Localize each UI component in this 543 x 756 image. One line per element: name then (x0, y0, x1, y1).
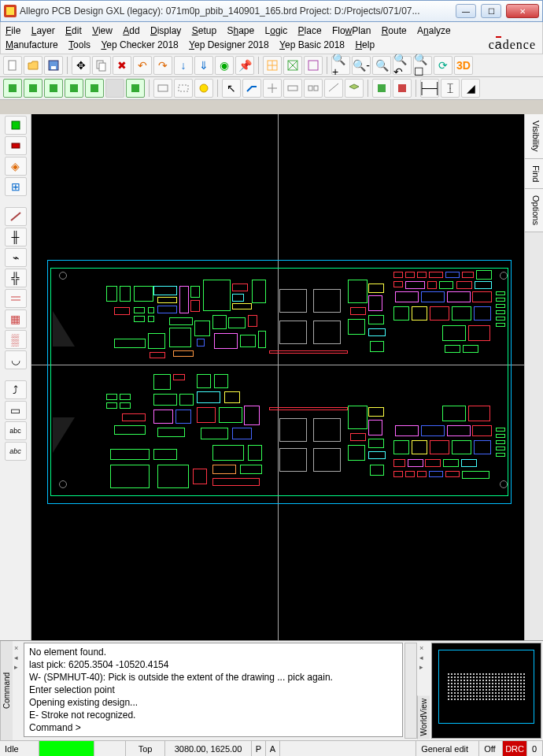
zoom-out-button[interactable]: 🔍- (352, 56, 371, 75)
place2-button[interactable] (393, 79, 412, 98)
menu-analyze[interactable]: Analyze (417, 24, 451, 38)
menu-display[interactable]: Display (150, 24, 181, 38)
shape6-button[interactable] (126, 79, 145, 98)
tool-via-icon[interactable]: ╫ (5, 228, 27, 246)
dim-h-button[interactable]: ├─┤ (420, 79, 439, 98)
tool-wave-icon[interactable]: ⌁ (5, 248, 27, 267)
cmd-left-icon[interactable]: ◂ (14, 654, 18, 662)
shape2-button[interactable] (24, 79, 42, 98)
delete-button[interactable]: ✖ (113, 56, 131, 75)
shape3-button[interactable] (44, 79, 63, 98)
menu-yep-designer[interactable]: Yep Designer 2018 (189, 38, 269, 52)
tool-ic-icon[interactable] (5, 136, 27, 155)
menu-help[interactable]: Help (355, 38, 375, 52)
tool-abc-icon[interactable]: abc (5, 421, 27, 440)
design-canvas[interactable] (31, 114, 524, 640)
tool-bus-icon[interactable] (5, 289, 27, 308)
status-layer[interactable]: Top (126, 741, 165, 756)
tool-text-icon[interactable]: ⤴ (5, 380, 27, 399)
zoom-sel-button[interactable]: 🔍☐ (413, 56, 432, 75)
tab-visibility[interactable]: Visibility (525, 114, 543, 159)
menu-file[interactable]: File (6, 24, 20, 38)
tool-thermal-icon[interactable]: ◈ (5, 157, 27, 176)
globe-button[interactable]: ◉ (215, 56, 234, 75)
status-a[interactable]: A (266, 741, 280, 756)
route1-button[interactable] (242, 79, 261, 98)
status-drc-badge[interactable]: DRC (503, 741, 527, 756)
command-scrollbar[interactable] (404, 643, 417, 739)
command-log[interactable]: No element found. last pick: 6205.3504 -… (24, 643, 403, 737)
route5-button[interactable] (324, 79, 343, 98)
tool-net-icon[interactable]: ⊞ (5, 177, 27, 196)
cursor-button[interactable]: ↖ (222, 79, 241, 98)
redo-button[interactable]: ↷ (153, 56, 172, 75)
refresh-button[interactable]: ⟳ (434, 56, 452, 75)
pin-button[interactable]: 📌 (235, 56, 254, 75)
3d-button[interactable]: 3D (454, 56, 473, 75)
open-button[interactable] (24, 56, 42, 75)
rect-button[interactable] (153, 79, 172, 98)
route2-button[interactable] (263, 79, 282, 98)
maximize-button[interactable]: ☐ (481, 4, 501, 18)
dim-v-button[interactable]: ┬┴ (441, 79, 460, 98)
cmd-right-icon[interactable]: ▸ (14, 663, 18, 671)
down-arrow-alt-button[interactable]: ⇓ (194, 56, 213, 75)
copy-button[interactable] (92, 56, 111, 75)
shape5-button[interactable] (85, 79, 104, 98)
menu-place[interactable]: Place (298, 24, 322, 38)
menu-view[interactable]: View (92, 24, 113, 38)
circle-yellow-button[interactable] (194, 79, 213, 98)
worldview-minimap[interactable] (431, 643, 541, 739)
zoom-prev-button[interactable]: 🔍↶ (393, 56, 412, 75)
close-button[interactable]: ✕ (506, 4, 539, 18)
menu-logic[interactable]: Logic (265, 24, 288, 38)
tool-path-icon[interactable]: ◡ (5, 350, 27, 369)
menu-shape[interactable]: Shape (227, 24, 254, 38)
dim-a-button[interactable]: ◢ (461, 79, 480, 98)
new-button[interactable] (3, 56, 22, 75)
tool-chip-icon[interactable] (5, 116, 27, 135)
menu-edit[interactable]: Edit (65, 24, 82, 38)
save-button[interactable] (44, 56, 63, 75)
menu-add[interactable]: Add (123, 24, 139, 38)
undo-button[interactable]: ↶ (133, 56, 152, 75)
move-button[interactable]: ✥ (72, 56, 90, 75)
tool-grid-icon[interactable]: ▒ (5, 330, 27, 349)
zoom-fit-button[interactable]: 🔍 (372, 56, 391, 75)
tab-find[interactable]: Find (525, 159, 543, 189)
tool-abc2-icon[interactable]: abc (5, 442, 27, 461)
layers-button[interactable] (345, 79, 364, 98)
menu-yep-checker[interactable]: Yep Checker 2018 (101, 38, 178, 52)
menu-manufacture[interactable]: Manufacture (6, 38, 58, 52)
menu-flowplan[interactable]: FlowPlan (332, 24, 371, 38)
route3-button[interactable] (283, 79, 302, 98)
menu-tools[interactable]: Tools (68, 38, 90, 52)
tool-trace-icon[interactable] (5, 207, 27, 226)
cmd-prompt[interactable]: Command > (29, 721, 397, 734)
blank1-button[interactable] (105, 79, 124, 98)
wv-left-icon[interactable]: ◂ (419, 654, 423, 662)
minimize-button[interactable]: — (456, 4, 476, 18)
menu-yep-basic[interactable]: Yep Basic 2018 (279, 38, 345, 52)
tool-measure-icon[interactable]: ▭ (5, 401, 27, 420)
shape1-button[interactable] (3, 79, 22, 98)
route4-button[interactable] (304, 79, 323, 98)
status-p[interactable]: P (252, 741, 266, 756)
shape4-button[interactable] (65, 79, 83, 98)
cmd-close-icon[interactable]: × (14, 644, 18, 652)
grid1-button[interactable] (263, 56, 282, 75)
tab-options[interactable]: Options (525, 189, 543, 232)
wv-right-icon[interactable]: ▸ (419, 663, 423, 671)
menu-setup[interactable]: Setup (192, 24, 216, 38)
place1-button[interactable] (372, 79, 391, 98)
grid2-button[interactable] (283, 56, 302, 75)
rect-sel-button[interactable] (174, 79, 193, 98)
menu-route[interactable]: Route (382, 24, 407, 38)
down-arrow-button[interactable]: ↓ (174, 56, 193, 75)
grid3-button[interactable] (304, 56, 323, 75)
tool-diffpair-icon[interactable]: ╬ (5, 269, 27, 287)
tool-pad-icon[interactable]: ▦ (5, 309, 27, 328)
wv-close-icon[interactable]: × (419, 644, 423, 652)
menu-layer[interactable]: Layer (31, 24, 55, 38)
zoom-in-button[interactable]: 🔍+ (331, 56, 350, 75)
